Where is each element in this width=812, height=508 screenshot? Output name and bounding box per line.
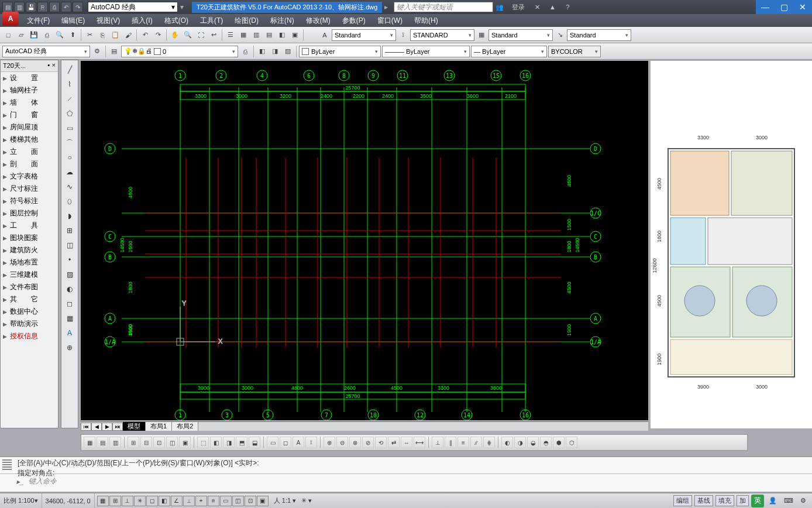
- bt21[interactable]: ⊘: [362, 437, 374, 448]
- tb-new-icon[interactable]: □: [2, 29, 14, 41]
- hatch-icon[interactable]: ▨: [64, 269, 75, 280]
- sb-otrack-icon[interactable]: ∠: [171, 496, 183, 506]
- line-icon[interactable]: ╱: [64, 64, 75, 75]
- app-menu-icon[interactable]: A: [2, 12, 19, 26]
- tangent-item-20[interactable]: ▶帮助演示: [1, 318, 58, 330]
- qat-redo-icon[interactable]: ↷: [73, 2, 83, 12]
- plotstyle-dropdown[interactable]: BYCOLOR▾: [548, 46, 601, 57]
- model-viewport[interactable]: X Y 124689111315163300300032002400220024…: [81, 61, 648, 420]
- bt22[interactable]: ⟲: [375, 437, 387, 448]
- tab-last-icon[interactable]: ⏭: [112, 423, 123, 431]
- addselected-icon[interactable]: ⊕: [64, 342, 75, 353]
- mleader-style-dropdown[interactable]: Standard▾: [567, 29, 631, 41]
- tangent-item-9[interactable]: ▶尺寸标注: [1, 183, 58, 195]
- command-input[interactable]: ▸_键入命令: [0, 473, 812, 489]
- spline-icon[interactable]: ∿: [64, 181, 75, 193]
- tb-layermgr-icon[interactable]: ▤: [108, 46, 120, 57]
- dim-style-dropdown[interactable]: STANDARD▾: [410, 29, 474, 41]
- ellipse-icon[interactable]: ⬯: [64, 195, 75, 207]
- tangent-item-16[interactable]: ▶三维建模: [1, 269, 58, 281]
- tb-match-icon[interactable]: 🖌: [122, 29, 134, 41]
- tb-paste-icon[interactable]: 📋: [109, 29, 121, 41]
- tab-next-icon[interactable]: ▶: [102, 423, 112, 431]
- bt34[interactable]: ◓: [540, 437, 552, 448]
- tangent-item-2[interactable]: ▶墙 体: [1, 97, 58, 109]
- title-nav-icon[interactable]: ▸: [384, 3, 388, 11]
- tb-textstyle-icon[interactable]: A: [319, 29, 331, 41]
- sb-snap-icon[interactable]: ▦: [97, 496, 109, 506]
- bt7[interactable]: ◫: [166, 437, 178, 448]
- bt29[interactable]: ⫽: [470, 437, 482, 448]
- tangent-item-19[interactable]: ▶数据中心: [1, 306, 58, 318]
- sb-osnap-icon[interactable]: ◻: [146, 496, 158, 506]
- tb-undo-icon[interactable]: ↶: [139, 29, 151, 41]
- bt11[interactable]: ◨: [223, 437, 235, 448]
- ime-indicator[interactable]: 英: [751, 495, 764, 507]
- bt33[interactable]: ◒: [527, 437, 539, 448]
- bt2[interactable]: ▤: [97, 437, 108, 448]
- bt28[interactable]: ≡: [457, 437, 469, 448]
- menu-format[interactable]: 格式(O): [159, 15, 194, 27]
- tangent-item-0[interactable]: ▶设 置: [1, 72, 58, 84]
- tb-zoomwin-icon[interactable]: ⛶: [195, 29, 207, 41]
- bt19[interactable]: ⊖: [336, 437, 348, 448]
- menu-dim[interactable]: 标注(N): [264, 15, 300, 27]
- ellipsearc-icon[interactable]: ◗: [64, 210, 75, 222]
- tangent-item-1[interactable]: ▶轴网柱子: [1, 84, 58, 97]
- tangent-item-13[interactable]: ▶图块图案: [1, 232, 58, 244]
- bt13[interactable]: ⬓: [249, 437, 260, 448]
- tb-dimstyle-icon[interactable]: ⟟: [397, 29, 409, 41]
- tb-ws-settings-icon[interactable]: ⚙: [91, 46, 103, 57]
- bt15[interactable]: ◻: [280, 437, 291, 448]
- tangent-item-8[interactable]: ▶文字表格: [1, 170, 58, 183]
- tb-copy-icon[interactable]: ⎘: [97, 29, 108, 41]
- table-icon[interactable]: ▦: [64, 313, 75, 324]
- bt32[interactable]: ◑: [514, 437, 526, 448]
- tangent-item-4[interactable]: ▶房间屋顶: [1, 121, 58, 133]
- tangent-item-14[interactable]: ▶建筑防火: [1, 244, 58, 256]
- bt6[interactable]: ⊡: [153, 437, 165, 448]
- sr-base[interactable]: 基线: [694, 495, 713, 506]
- tangent-item-10[interactable]: ▶符号标注: [1, 195, 58, 207]
- tab-model[interactable]: 模型: [123, 422, 146, 431]
- circle-icon[interactable]: ○: [64, 152, 75, 163]
- bt35[interactable]: ⬢: [553, 437, 565, 448]
- color-dropdown[interactable]: ByLayer▾: [299, 46, 381, 57]
- menu-tools[interactable]: 工具(T): [194, 15, 229, 27]
- bt16[interactable]: A: [293, 437, 304, 448]
- menu-help[interactable]: 帮助(H): [408, 15, 444, 27]
- tb-dc-icon[interactable]: ▦: [238, 29, 249, 41]
- qat-save-icon[interactable]: 💾: [26, 2, 36, 12]
- qat-plot-icon[interactable]: ⎙: [49, 2, 60, 12]
- sb-3dosnap-icon[interactable]: ◧: [159, 496, 170, 506]
- bt12[interactable]: ⬒: [236, 437, 247, 448]
- login-button[interactable]: 登录: [508, 2, 528, 12]
- rectangle-icon[interactable]: ▭: [64, 122, 75, 134]
- tb-props-icon[interactable]: ☰: [225, 29, 236, 41]
- tb-cut-icon[interactable]: ✂: [84, 29, 95, 41]
- polygon-icon[interactable]: ⬠: [64, 108, 75, 119]
- menu-modify[interactable]: 修改(M): [300, 15, 336, 27]
- tab-first-icon[interactable]: ⏮: [81, 423, 91, 431]
- gradient-icon[interactable]: ◐: [64, 283, 75, 295]
- tangent-item-3[interactable]: ▶门 窗: [1, 109, 58, 121]
- workspace-dropdown[interactable]: AutoCAD 经典▾: [88, 2, 178, 12]
- sb-ortho-icon[interactable]: ⊥: [122, 496, 133, 506]
- tb-plot-icon[interactable]: ⎙: [41, 29, 53, 41]
- linetype-dropdown[interactable]: ——— ByLayer▾: [382, 46, 470, 57]
- sb-ducs-icon[interactable]: ⟂: [183, 496, 195, 506]
- region-icon[interactable]: ◻: [64, 298, 75, 310]
- tangent-item-15[interactable]: ▶场地布置: [1, 256, 58, 269]
- tb-zoomprev-icon[interactable]: ↩: [208, 29, 219, 41]
- sb-sc-icon[interactable]: ⊡: [245, 496, 256, 506]
- tb-save-icon[interactable]: 💾: [28, 29, 40, 41]
- sr-group[interactable]: 编组: [673, 495, 692, 506]
- sb-qp-icon[interactable]: ◫: [232, 496, 244, 506]
- tab-layout2[interactable]: 布局2: [172, 422, 198, 431]
- tangent-item-5[interactable]: ▶楼梯其他: [1, 133, 58, 146]
- polyline-icon[interactable]: ⟋: [64, 93, 75, 105]
- menu-draw[interactable]: 绘图(D): [229, 15, 264, 27]
- qat-open-icon[interactable]: ▥: [14, 2, 25, 12]
- bt4[interactable]: ⊞: [128, 437, 139, 448]
- sb-polar-icon[interactable]: ✳: [134, 496, 146, 506]
